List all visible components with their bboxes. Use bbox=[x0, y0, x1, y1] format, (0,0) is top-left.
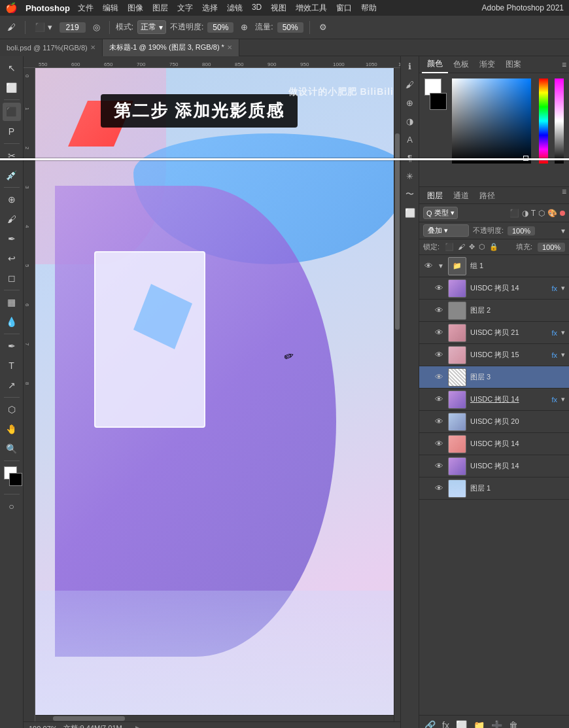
text-tool[interactable]: T bbox=[3, 356, 21, 375]
opacity-value[interactable]: 50% bbox=[207, 22, 233, 33]
color-panel-menu[interactable]: ≡ bbox=[562, 60, 566, 69]
star-burst-icon[interactable]: ✳ bbox=[403, 169, 417, 183]
tab-boli[interactable]: boli.psd @ 117%(RGB/8) ✕ bbox=[0, 39, 103, 56]
layer-eye-2[interactable]: 👁 bbox=[434, 283, 444, 293]
filter-text-icon[interactable]: T bbox=[531, 209, 536, 218]
smoothing-btn[interactable]: ⚙ bbox=[316, 21, 330, 33]
layer-fx-2[interactable]: fx bbox=[551, 285, 557, 292]
flow-value[interactable]: 50% bbox=[277, 22, 303, 33]
tab-color[interactable]: 颜色 bbox=[422, 56, 448, 73]
menu-plugins[interactable]: 增效工具 bbox=[296, 3, 327, 14]
brush-size-value[interactable]: 219 bbox=[60, 22, 86, 33]
curves-icon[interactable]: 〜 bbox=[403, 187, 417, 201]
clone-settings-icon[interactable]: ⊕ bbox=[403, 95, 417, 110]
new-layer-btn[interactable]: ➕ bbox=[491, 720, 502, 729]
layer-eye-1[interactable]: 👁 bbox=[423, 261, 434, 271]
tab-gradients[interactable]: 渐变 bbox=[474, 56, 500, 73]
tab-swatches[interactable]: 色板 bbox=[448, 56, 474, 73]
brush-settings-icon[interactable]: 🖌 bbox=[403, 77, 417, 92]
history-brush[interactable]: ↩ bbox=[3, 249, 21, 268]
layer-item-5[interactable]: 👁 UISDC 拷贝 15 fx ▾ bbox=[419, 344, 569, 366]
menu-help[interactable]: 帮助 bbox=[361, 3, 377, 14]
layer-fx-arrow-7[interactable]: ▾ bbox=[561, 395, 565, 404]
pen-tool[interactable]: ✒ bbox=[3, 337, 21, 355]
tab-channels[interactable]: 通道 bbox=[448, 187, 474, 204]
character-icon[interactable]: A bbox=[403, 132, 417, 147]
new-group-btn[interactable]: 📁 bbox=[474, 720, 485, 729]
tab-untitled-close[interactable]: ✕ bbox=[227, 44, 232, 51]
lasso-tool[interactable]: P bbox=[3, 122, 21, 141]
blend-mode-dropdown[interactable]: 叠加 ▾ bbox=[423, 224, 469, 237]
hue-slider[interactable] bbox=[539, 78, 548, 164]
layer-item-4[interactable]: 👁 UISDC 拷贝 21 fx ▾ bbox=[419, 322, 569, 344]
clone-tool[interactable]: ✒ bbox=[3, 230, 21, 248]
eyedropper-tool[interactable]: 💉 bbox=[3, 166, 21, 184]
layer-eye-9[interactable]: 👁 bbox=[434, 439, 444, 449]
link-layers-btn[interactable]: 🔗 bbox=[424, 720, 436, 729]
filter-type-dropdown[interactable]: Q 类型 ▾ bbox=[423, 207, 458, 219]
layer-fx-4[interactable]: fx bbox=[551, 329, 557, 337]
menu-filter[interactable]: 滤镜 bbox=[227, 3, 243, 14]
layers-panel-menu[interactable]: ≡ bbox=[562, 187, 566, 203]
apple-menu[interactable]: 🍎 bbox=[5, 2, 18, 14]
brush-preset-btn[interactable]: ⬛ ▾ bbox=[31, 21, 56, 33]
tab-paths[interactable]: 路径 bbox=[474, 187, 500, 204]
layer-fx-arrow-5[interactable]: ▾ bbox=[561, 351, 565, 359]
layer-fx-7[interactable]: fx bbox=[551, 396, 557, 404]
mode-dropdown[interactable]: 正常 ▾ bbox=[137, 20, 166, 34]
heal-tool[interactable]: ⊕ bbox=[3, 190, 21, 209]
bg-color[interactable] bbox=[9, 473, 22, 486]
artboard-tool[interactable]: ⬜ bbox=[3, 78, 21, 97]
layer-fx-arrow-4[interactable]: ▾ bbox=[561, 328, 565, 337]
gradient-tool[interactable]: ▦ bbox=[3, 293, 21, 311]
layer-item-11[interactable]: 👁 图层 1 bbox=[419, 477, 569, 500]
bg-color-swatch[interactable] bbox=[430, 93, 447, 110]
tab-patterns[interactable]: 图案 bbox=[500, 56, 526, 73]
delete-layer-btn[interactable]: 🗑 bbox=[509, 720, 518, 729]
menu-select[interactable]: 选择 bbox=[202, 3, 218, 14]
menu-layer[interactable]: 图层 bbox=[152, 3, 168, 14]
layer-eye-6[interactable]: 👁 bbox=[434, 372, 444, 382]
menu-window[interactable]: 窗口 bbox=[336, 3, 352, 14]
canvas-scrollbar-vertical[interactable] bbox=[394, 68, 400, 721]
layer-eye-8[interactable]: 👁 bbox=[434, 417, 444, 426]
lock-move-icon[interactable]: ✥ bbox=[469, 243, 475, 251]
crop-tool[interactable]: ✂ bbox=[3, 147, 21, 165]
tab-boli-close[interactable]: ✕ bbox=[90, 44, 95, 51]
marquee-tool[interactable]: ⬛ bbox=[3, 103, 21, 121]
layer-fx-arrow-2[interactable]: ▾ bbox=[561, 284, 565, 292]
eraser-tool[interactable]: ◻ bbox=[3, 269, 21, 287]
color-gradient-box[interactable] bbox=[452, 78, 531, 164]
tab-untitled[interactable]: 未标题-1 @ 190% (图层 3, RGB/8) * ✕ bbox=[103, 39, 239, 56]
layer-eye-3[interactable]: 👁 bbox=[434, 305, 444, 315]
layer-item-10[interactable]: 👁 UISDC 拷贝 14 bbox=[419, 455, 569, 477]
lock-transparent-icon[interactable]: ⬛ bbox=[445, 243, 454, 251]
add-mask-btn[interactable]: ⬜ bbox=[456, 720, 467, 729]
menu-3d[interactable]: 3D bbox=[252, 3, 262, 14]
filter-toggle[interactable] bbox=[560, 211, 565, 216]
filter-adjust-icon[interactable]: ◑ bbox=[522, 209, 528, 218]
lock-artboard-icon[interactable]: ⬡ bbox=[479, 243, 485, 251]
canvas-scrollbar-horizontal[interactable] bbox=[35, 715, 394, 721]
airbrush-btn[interactable]: ⊕ bbox=[237, 21, 251, 33]
canvas-document[interactable]: 第二步 添加光影质感 做设计的小肥肥 BiliBili ✏ bbox=[35, 68, 400, 721]
saturation-slider[interactable] bbox=[555, 78, 564, 164]
layer-eye-10[interactable]: 👁 bbox=[434, 461, 444, 471]
zoom-tool[interactable]: 🔍 bbox=[3, 440, 21, 458]
layer-eye-5[interactable]: 👁 bbox=[434, 350, 444, 360]
layer-group-1[interactable]: 👁 ▼ 📁 组 1 bbox=[419, 255, 569, 277]
adjustments-icon[interactable]: ◑ bbox=[403, 114, 417, 128]
menu-view[interactable]: 视图 bbox=[271, 3, 286, 14]
layer-eye-4[interactable]: 👁 bbox=[434, 328, 444, 338]
blur-tool[interactable]: 💧 bbox=[3, 313, 21, 331]
fill-value[interactable]: 100% bbox=[538, 243, 565, 252]
path-select-tool[interactable]: ↗ bbox=[3, 376, 21, 394]
opacity-value[interactable]: 100% bbox=[508, 226, 535, 235]
layer-eye-11[interactable]: 👁 bbox=[434, 483, 444, 493]
layer-item-8[interactable]: 👁 UISDC 拷贝 20 bbox=[419, 411, 569, 433]
mask-icon[interactable]: ⬜ bbox=[403, 205, 417, 220]
scrollbar-thumb-v[interactable] bbox=[395, 133, 400, 330]
layer-item-9[interactable]: 👁 UISDC 拷贝 14 bbox=[419, 433, 569, 455]
move-tool[interactable]: ↖ bbox=[3, 59, 21, 77]
layer-item-3[interactable]: 👁 图层 2 bbox=[419, 300, 569, 322]
